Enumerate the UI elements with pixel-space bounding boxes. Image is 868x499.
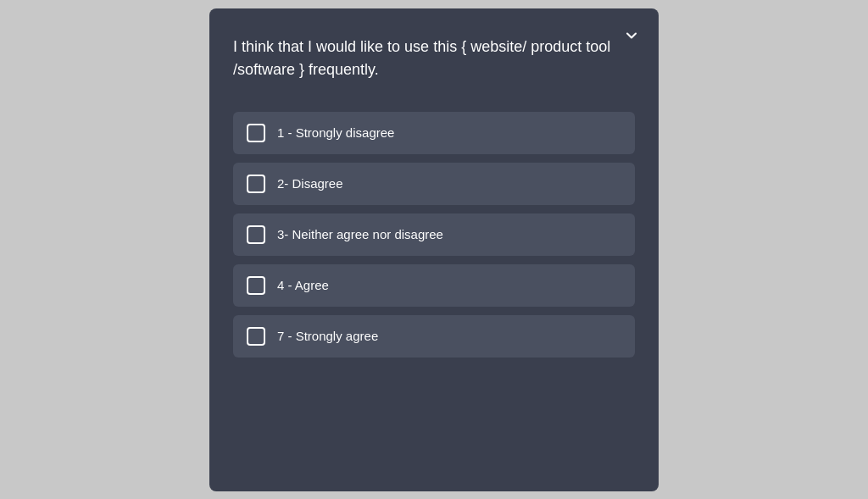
option-label-4: 4 - Agree [277,278,329,292]
option-item-4[interactable]: 4 - Agree [233,264,635,307]
option-label-3: 3- Neither agree nor disagree [277,227,443,241]
chevron-down-button[interactable] [618,22,645,49]
option-checkbox-3[interactable] [247,225,265,244]
option-label-1: 1 - Strongly disagree [277,125,394,140]
option-checkbox-5[interactable] [247,327,265,346]
option-label-2: 2- Disagree [277,176,343,191]
survey-card: I think that I would like to use this { … [209,8,659,491]
option-label-5: 7 - Strongly agree [277,329,378,343]
option-checkbox-4[interactable] [247,276,265,295]
chevron-down-icon [623,27,640,44]
option-checkbox-1[interactable] [247,124,265,142]
option-checkbox-2[interactable] [247,175,265,193]
option-item-2[interactable]: 2- Disagree [233,163,635,205]
options-list: 1 - Strongly disagree2- Disagree3- Neith… [233,112,635,358]
option-item-1[interactable]: 1 - Strongly disagree [233,112,635,154]
question-text: I think that I would like to use this { … [233,36,615,81]
option-item-3[interactable]: 3- Neither agree nor disagree [233,213,635,256]
option-item-5[interactable]: 7 - Strongly agree [233,315,635,358]
